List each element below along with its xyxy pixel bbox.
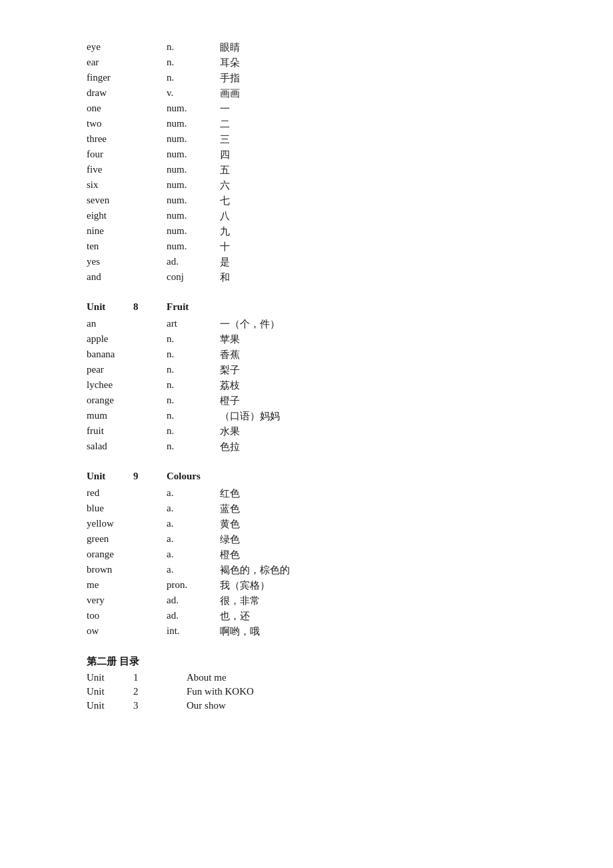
word-cell: mum (87, 409, 167, 424)
pos-cell: num. (167, 193, 220, 209)
pos-cell: num. (167, 117, 220, 132)
table-row: pearn.梨子 (87, 363, 526, 378)
word-cell: and (87, 270, 167, 285)
word-cell: too (87, 609, 167, 624)
word-cell: orange (87, 393, 167, 409)
pos-cell: n. (167, 55, 220, 71)
chinese-cell: 香蕉 (220, 347, 526, 363)
table-row: mepron.我（宾格） (87, 578, 526, 593)
chinese-cell: 蓝色 (220, 501, 526, 517)
chinese-cell: 一 (220, 101, 526, 117)
toc-table: Unit1About meUnit2Fun with KOKOUnit3Our … (87, 671, 526, 713)
chinese-cell: 六 (220, 178, 526, 193)
vocab-table: reda.红色bluea.蓝色yellowa.黄色greena.绿色orange… (87, 486, 526, 639)
table-row: saladn.色拉 (87, 439, 526, 455)
pos-cell: a. (167, 563, 220, 578)
word-cell: an (87, 317, 167, 332)
table-row: eyen.眼睛 (87, 40, 526, 55)
toc-unit-title: Our show (187, 699, 526, 713)
table-row: earn.耳朵 (87, 55, 526, 71)
pos-cell: num. (167, 224, 220, 239)
table-row: orangen.橙子 (87, 393, 526, 409)
chinese-cell: （口语）妈妈 (220, 409, 526, 424)
chinese-cell: 也，还 (220, 609, 526, 624)
word-cell: one (87, 101, 167, 117)
table-row: fournum.四 (87, 147, 526, 163)
toc-unit-label: Unit (87, 671, 133, 685)
pos-cell: art (167, 317, 220, 332)
pos-cell: num. (167, 178, 220, 193)
pos-cell: pron. (167, 578, 220, 593)
toc-unit-title: About me (187, 671, 526, 685)
toc-title: 第二册 目录 (87, 655, 526, 668)
chinese-cell: 眼睛 (220, 40, 526, 55)
chinese-cell: 褐色的，棕色的 (220, 563, 526, 578)
chinese-cell: 三 (220, 132, 526, 147)
table-row: onenum.一 (87, 101, 526, 117)
pos-cell: ad. (167, 255, 220, 270)
unit-number: 9 (133, 471, 167, 482)
table-row: twonum.二 (87, 117, 526, 132)
table-row: yesad.是 (87, 255, 526, 270)
chinese-cell: 黄色 (220, 517, 526, 532)
table-row: sevennum.七 (87, 193, 526, 209)
pos-cell: num. (167, 132, 220, 147)
pos-cell: n. (167, 347, 220, 363)
pos-cell: n. (167, 363, 220, 378)
unit-title: Fruit (167, 301, 189, 313)
chinese-cell: 手指 (220, 71, 526, 86)
unit-label: Unit (87, 471, 133, 482)
word-cell: ten (87, 239, 167, 255)
word-cell: banana (87, 347, 167, 363)
table-row: tennum.十 (87, 239, 526, 255)
vocab-table: eyen.眼睛earn.耳朵fingern.手指drawv.画画onenum.一… (87, 40, 526, 285)
toc-unit-label: Unit (87, 699, 133, 713)
word-cell: ow (87, 624, 167, 639)
unit-header: Unit8Fruit (87, 301, 526, 313)
chinese-cell: 五 (220, 163, 526, 178)
content: eyen.眼睛earn.耳朵fingern.手指drawv.画画onenum.一… (87, 40, 526, 713)
word-cell: orange (87, 547, 167, 563)
chinese-cell: 和 (220, 270, 526, 285)
word-cell: green (87, 532, 167, 547)
pos-cell: a. (167, 501, 220, 517)
word-cell: lychee (87, 378, 167, 393)
unit-header: Unit9Colours (87, 471, 526, 482)
word-cell: five (87, 163, 167, 178)
word-cell: me (87, 578, 167, 593)
table-row: fingern.手指 (87, 71, 526, 86)
chinese-cell: 苹果 (220, 332, 526, 347)
table-row: ninenum.九 (87, 224, 526, 239)
chinese-cell: 是 (220, 255, 526, 270)
chinese-cell: 橙色 (220, 547, 526, 563)
chinese-cell: 二 (220, 117, 526, 132)
pos-cell: v. (167, 86, 220, 101)
word-cell: six (87, 178, 167, 193)
pos-cell: n. (167, 71, 220, 86)
word-cell: blue (87, 501, 167, 517)
word-cell: red (87, 486, 167, 501)
word-cell: very (87, 593, 167, 609)
table-row: sixnum.六 (87, 178, 526, 193)
pos-cell: num. (167, 101, 220, 117)
toc-row: Unit3Our show (87, 699, 526, 713)
table-row: bananan.香蕉 (87, 347, 526, 363)
chinese-cell: 一（个，件） (220, 317, 526, 332)
table-row: owint.啊哟，哦 (87, 624, 526, 639)
table-row: veryad.很，非常 (87, 593, 526, 609)
word-cell: nine (87, 224, 167, 239)
table-row: lycheen.荔枝 (87, 378, 526, 393)
chinese-cell: 十 (220, 239, 526, 255)
table-row: andconj和 (87, 270, 526, 285)
chinese-cell: 梨子 (220, 363, 526, 378)
table-row: browna.褐色的，棕色的 (87, 563, 526, 578)
pos-cell: n. (167, 439, 220, 455)
pos-cell: a. (167, 532, 220, 547)
chinese-cell: 红色 (220, 486, 526, 501)
unit-number: 8 (133, 301, 167, 313)
word-cell: four (87, 147, 167, 163)
chinese-cell: 七 (220, 193, 526, 209)
pos-cell: a. (167, 517, 220, 532)
pos-cell: n. (167, 40, 220, 55)
word-cell: yes (87, 255, 167, 270)
